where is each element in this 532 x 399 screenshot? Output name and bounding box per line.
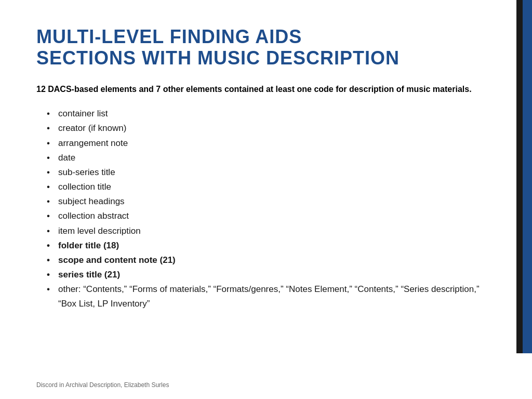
bullet-item-4: sub-series title (47, 165, 496, 179)
bullet-item-5: collection title (47, 180, 496, 194)
slide-title: MULTI-LEVEL FINDING AIDS SECTIONS WITH M… (36, 26, 488, 69)
accent-bar-blue (523, 0, 532, 353)
title-line1: MULTI-LEVEL FINDING AIDS (36, 26, 302, 47)
bullet-item-8: item level description (47, 224, 496, 238)
bullet-item-1: creator (if known) (47, 121, 496, 135)
title-line2: SECTIONS WITH MUSIC DESCRIPTION (36, 47, 400, 69)
slide-subtitle: 12 DACS-based elements and 7 other eleme… (36, 84, 488, 95)
bullet-item-0: container list (47, 107, 496, 121)
bullet-item-2: arrangement note (47, 136, 496, 150)
bullet-item-7: collection abstract (47, 209, 496, 223)
slide-footer: Discord in Archival Description, Elizabe… (36, 381, 169, 389)
slide-container: MULTI-LEVEL FINDING AIDS SECTIONS WITH M… (0, 0, 532, 399)
bullet-item-10: scope and content note (21) (47, 253, 496, 267)
bullet-item-11: series title (21) (47, 268, 496, 282)
bullet-item-12: other: “Contents,” “Forms of materials,”… (47, 282, 496, 310)
bullet-item-6: subject headings (47, 194, 496, 208)
accent-bar-black (516, 0, 523, 353)
bullet-item-9: folder title (18) (47, 238, 496, 252)
bullet-list: container listcreator (if known)arrangem… (47, 107, 496, 311)
bullet-item-3: date (47, 151, 496, 165)
